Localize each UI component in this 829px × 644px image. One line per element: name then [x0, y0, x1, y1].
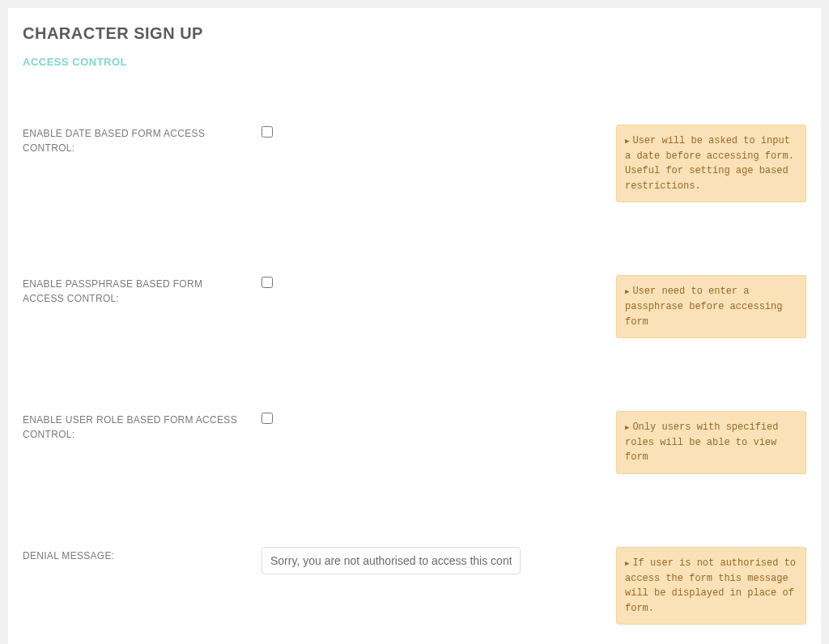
panel-body: CHARACTER SIGN UP ACCESS CONTROL ENABLE …	[8, 8, 821, 644]
denial-message-input-col	[261, 547, 537, 574]
denial-message-input[interactable]	[261, 547, 521, 574]
denial-message-label: DENIAL MESSAGE:	[23, 547, 261, 563]
role-access-input-col	[261, 411, 537, 427]
page-title: CHARACTER SIGN UP	[23, 24, 806, 43]
row-role-access: ENABLE USER ROLE BASED FORM ACCESS CONTR…	[23, 411, 806, 474]
passphrase-access-input-col	[261, 275, 537, 291]
date-access-hint: User will be asked to input a date befor…	[616, 125, 806, 202]
date-access-label: ENABLE DATE BASED FORM ACCESS CONTROL:	[23, 125, 261, 155]
passphrase-access-hint: User need to enter a passphrase before a…	[616, 275, 806, 338]
enable-role-checkbox[interactable]	[261, 413, 273, 424]
row-date-access: ENABLE DATE BASED FORM ACCESS CONTROL: U…	[23, 125, 806, 202]
row-passphrase-access: ENABLE PASSPHRASE BASED FORM ACCESS CONT…	[23, 275, 806, 338]
enable-passphrase-checkbox[interactable]	[261, 277, 273, 288]
passphrase-access-label: ENABLE PASSPHRASE BASED FORM ACCESS CONT…	[23, 275, 261, 306]
enable-date-checkbox[interactable]	[261, 126, 273, 138]
section-title: ACCESS CONTROL	[23, 56, 806, 68]
role-access-label: ENABLE USER ROLE BASED FORM ACCESS CONTR…	[23, 411, 261, 442]
denial-message-hint: If user is not authorised to access the …	[616, 547, 806, 625]
row-denial-message: DENIAL MESSAGE: If user is not authorise…	[23, 547, 806, 625]
role-access-hint: Only users with specified roles will be …	[616, 411, 806, 474]
date-access-input-col	[261, 125, 537, 141]
settings-panel: CHARACTER SIGN UP ACCESS CONTROL ENABLE …	[8, 8, 821, 644]
